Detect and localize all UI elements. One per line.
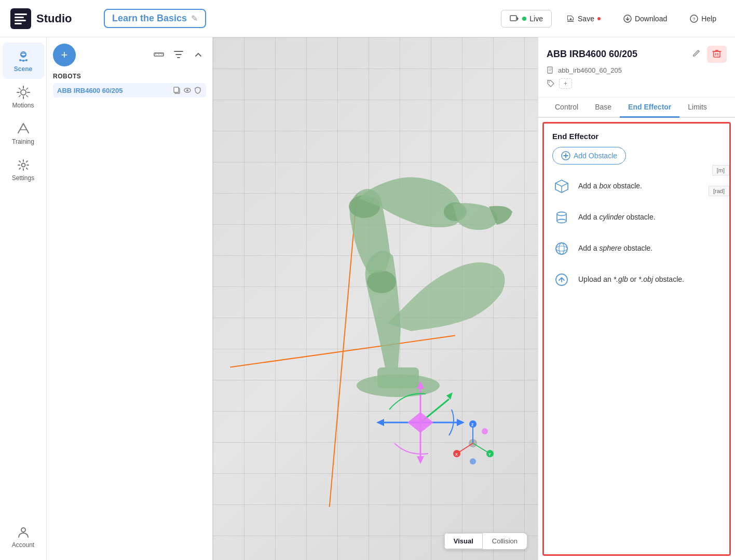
add-obstacle-icon <box>561 151 570 160</box>
robot-name: ABB IRB4600 60/205 <box>57 87 122 94</box>
toolbar-icons <box>151 47 206 64</box>
end-effector-title: End Effector <box>552 132 721 141</box>
svg-rect-3 <box>15 23 22 24</box>
robot-header-top: ABB IRB4600 60/205 <box>547 46 727 63</box>
copy-icon <box>173 86 181 94</box>
download-button[interactable]: Download <box>615 10 675 27</box>
svg-marker-32 <box>446 392 453 400</box>
edit-title-icon[interactable]: ✎ <box>191 13 198 23</box>
measure-icon[interactable] <box>151 47 167 64</box>
account-icon <box>16 525 31 539</box>
svg-point-48 <box>482 428 488 434</box>
tag-icon <box>547 79 555 88</box>
svg-marker-36 <box>417 456 424 464</box>
svg-point-62 <box>559 243 564 254</box>
edit-robot-button[interactable] <box>689 46 703 63</box>
scene-panel: + ROBOTS ABB IRB4600 60/205 <box>47 37 213 560</box>
robot-item-icons <box>173 86 202 94</box>
sidebar-item-training[interactable]: Training <box>3 115 44 152</box>
sidebar: Scene Motions Training Settings <box>0 37 47 560</box>
sidebar-item-settings[interactable]: Settings <box>3 152 44 188</box>
svg-point-24 <box>367 270 396 293</box>
add-obstacle-label: Add Obstacle <box>574 152 617 160</box>
visual-toggle-button[interactable]: Visual <box>444 533 483 549</box>
obstacle-item-cylinder[interactable]: Add a cylinder obstacle. <box>552 206 721 229</box>
unit-rad-label: [rad] <box>709 186 729 196</box>
svg-marker-34 <box>417 381 424 389</box>
add-obstacle-button[interactable]: Add Obstacle <box>552 147 626 165</box>
svg-rect-2 <box>15 20 26 21</box>
svg-marker-5 <box>517 17 519 21</box>
sidebar-item-scene[interactable]: Scene <box>3 43 44 79</box>
save-button[interactable]: Save <box>558 10 609 27</box>
robot-filename-text: abb_irb4600_60_205 <box>558 66 622 74</box>
tab-limits[interactable]: Limits <box>679 98 715 118</box>
robot-item[interactable]: ABB IRB4600 60/205 <box>53 83 206 98</box>
sidebar-item-account-label: Account <box>12 541 34 549</box>
cylinder-obstacle-icon <box>552 208 571 227</box>
project-title-area[interactable]: Learn the Basics ✎ <box>104 9 206 28</box>
tab-base[interactable]: Base <box>587 98 620 118</box>
sphere-obstacle-icon <box>552 239 571 258</box>
box-obstacle-desc: Add a box obstacle. <box>578 181 642 192</box>
svg-text:X: X <box>455 453 458 456</box>
add-tag-button[interactable]: + <box>559 78 572 89</box>
filter-icon[interactable] <box>171 47 186 64</box>
header-actions: Live Save Download ? Help <box>501 10 725 28</box>
robot-header-actions <box>689 46 727 63</box>
upload-obstacle-icon <box>552 270 571 289</box>
live-button[interactable]: Live <box>501 10 552 28</box>
upload-obstacle-desc: Upload an *.glb or *.obj obstacle. <box>578 275 684 285</box>
training-icon <box>16 121 31 136</box>
svg-point-14 <box>21 90 26 95</box>
obstacle-item-box[interactable]: Add a box obstacle. <box>552 175 721 198</box>
panel-tabs: Control Base End Effector Limits <box>538 98 735 118</box>
help-button[interactable]: ? Help <box>682 10 725 27</box>
robots-section-label: ROBOTS <box>53 73 206 80</box>
delete-robot-button[interactable] <box>707 46 727 63</box>
sidebar-item-training-label: Training <box>12 138 34 145</box>
scene-section-robots: ROBOTS ABB IRB4600 60/205 <box>53 73 206 98</box>
logo-icon <box>10 8 31 29</box>
svg-point-16 <box>21 528 25 532</box>
cylinder-obstacle-desc: Add a cylinder obstacle. <box>578 212 656 223</box>
robot-filename-icon <box>547 66 555 74</box>
svg-marker-28 <box>376 419 384 426</box>
robot-header: ABB IRB4600 60/205 abb_irb4600_60_205 + <box>538 37 735 98</box>
tab-control[interactable]: Control <box>547 98 587 118</box>
svg-rect-53 <box>548 67 552 73</box>
svg-rect-50 <box>714 51 720 57</box>
unsaved-indicator <box>597 17 601 20</box>
eye-icon <box>183 86 192 94</box>
tab-end-effector[interactable]: End Effector <box>620 98 679 118</box>
box-obstacle-icon <box>552 177 571 196</box>
xyz-compass: Z Y X <box>450 420 496 467</box>
collapse-icon[interactable] <box>190 47 206 64</box>
svg-point-54 <box>549 81 550 83</box>
scene-toolbar: + <box>53 44 206 66</box>
obstacle-item-upload[interactable]: Upload an *.glb or *.obj obstacle. <box>552 268 721 291</box>
shield-icon <box>194 86 202 94</box>
svg-rect-1 <box>15 17 24 18</box>
view-toggle: Visual Collision <box>444 532 527 550</box>
viewport[interactable]: Z Y X Visual Collision <box>213 37 538 560</box>
live-indicator <box>522 17 526 21</box>
obstacle-item-sphere[interactable]: Add a sphere obstacle. <box>552 237 721 260</box>
svg-point-61 <box>556 246 567 251</box>
viewport-canvas: Z Y X Visual Collision <box>213 37 538 560</box>
svg-text:?: ? <box>693 17 696 22</box>
download-label: Download <box>635 15 667 23</box>
svg-point-21 <box>186 89 188 91</box>
sidebar-item-settings-label: Settings <box>12 174 34 182</box>
collision-toggle-button[interactable]: Collision <box>483 533 527 549</box>
svg-point-56 <box>557 212 566 216</box>
header: Studio Learn the Basics ✎ Live Save Down… <box>0 0 735 37</box>
svg-rect-0 <box>15 13 27 15</box>
robot-filename: abb_irb4600_60_205 <box>547 66 727 74</box>
sidebar-item-motions[interactable]: Motions <box>3 79 44 115</box>
add-button[interactable]: + <box>53 44 76 66</box>
sidebar-item-scene-label: Scene <box>14 65 32 73</box>
sidebar-item-account[interactable]: Account <box>3 518 44 555</box>
svg-point-49 <box>470 458 476 465</box>
logo-area: Studio <box>10 8 93 29</box>
